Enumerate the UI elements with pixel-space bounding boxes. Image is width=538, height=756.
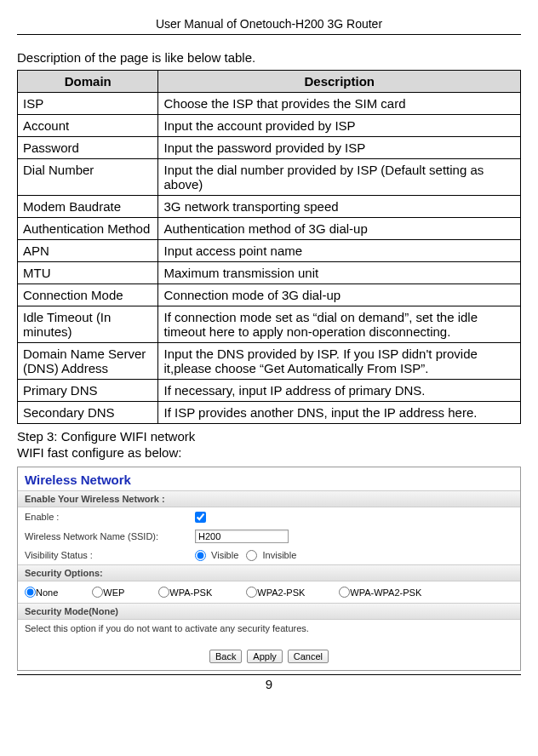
security-options-row: None WEP WPA-PSK WPA2-PSK WPA-WPA2-PSK [18, 581, 520, 603]
opt-wep[interactable]: WEP [92, 587, 124, 598]
description-table: Domain Description ISPChoose the ISP tha… [17, 70, 521, 424]
section-security-mode: Security Mode(None) [18, 603, 520, 620]
page-header-title: User Manual of Onetouch-H200 3G Router [17, 17, 521, 31]
opt-wpawpa2psk[interactable]: WPA-WPA2-PSK [339, 587, 421, 598]
security-note: Select this option if you do not want to… [18, 620, 520, 642]
visible-text: Visible [211, 550, 238, 560]
cell-domain: Modem Baudrate [18, 196, 158, 218]
cancel-button[interactable]: Cancel [288, 650, 329, 663]
cell-domain: Idle Timeout (In minutes) [18, 306, 158, 343]
row-visibility: Visibility Status : Visible Invisible [18, 547, 520, 565]
cell-description: 3G network transporting speed [158, 196, 521, 218]
cell-description: Choose the ISP that provides the SIM car… [158, 93, 521, 115]
enable-checkbox[interactable] [195, 512, 206, 523]
cell-description: Connection mode of 3G dial-up [158, 284, 521, 306]
page-number: 9 [17, 674, 521, 691]
radio-wpa2psk[interactable] [246, 587, 257, 598]
table-row: Dial NumberInput the dial number provide… [18, 159, 521, 196]
back-button[interactable]: Back [209, 650, 242, 663]
radio-invisible[interactable] [246, 550, 257, 561]
header-divider [17, 34, 521, 35]
cell-domain: Secondary DNS [18, 402, 158, 424]
opt-wpa2psk-text: WPA2-PSK [257, 587, 305, 598]
radio-wpawpa2psk[interactable] [339, 587, 350, 598]
cell-domain: Primary DNS [18, 380, 158, 402]
cell-description: Input the account provided by ISP [158, 115, 521, 137]
apply-button[interactable]: Apply [247, 650, 283, 663]
section-security-options: Security Options: [18, 564, 520, 581]
opt-none[interactable]: None [25, 587, 58, 598]
table-row: Idle Timeout (In minutes)If connection m… [18, 306, 521, 343]
cell-domain: Password [18, 137, 158, 159]
visibility-invisible-option[interactable]: Invisible [246, 550, 296, 560]
opt-wpapsk[interactable]: WPA-PSK [158, 587, 212, 598]
cell-description: If connection mode set as “dial on deman… [158, 306, 521, 343]
visibility-visible-option[interactable]: Visible [195, 550, 241, 560]
invisible-text: Invisible [263, 550, 297, 560]
cell-domain: ISP [18, 93, 158, 115]
opt-none-text: None [36, 587, 58, 598]
radio-none[interactable] [25, 587, 36, 598]
cell-domain: APN [18, 240, 158, 262]
cell-domain: Domain Name Server (DNS) Address [18, 343, 158, 380]
table-row: Authentication MethodAuthentication meth… [18, 218, 521, 240]
radio-visible[interactable] [195, 550, 206, 561]
table-row: PasswordInput the password provided by I… [18, 137, 521, 159]
table-row: MTUMaximum transmission unit [18, 262, 521, 284]
th-description: Description [158, 71, 521, 93]
table-row: APNInput access point name [18, 240, 521, 262]
cell-domain: MTU [18, 262, 158, 284]
intro-text: Description of the page is like below ta… [17, 50, 521, 65]
cell-domain: Account [18, 115, 158, 137]
row-ssid: Wireless Network Name (SSID): [18, 526, 520, 547]
step3-text: Step 3: Configure WIFI network [17, 429, 521, 444]
table-row: Secondary DNSIf ISP provides another DNS… [18, 402, 521, 424]
wifi-config-panel: Wireless Network Enable Your Wireless Ne… [17, 467, 521, 671]
wifi-intro-text: WIFI fast configure as below: [17, 445, 521, 460]
section-enable-wireless: Enable Your Wireless Network : [18, 490, 520, 507]
opt-wpawpa2psk-text: WPA-WPA2-PSK [350, 587, 421, 598]
table-row: Primary DNSIf necessary, input IP addres… [18, 380, 521, 402]
cell-description: Input access point name [158, 240, 521, 262]
cell-description: If necessary, input IP address of primar… [158, 380, 521, 402]
visibility-label: Visibility Status : [25, 550, 195, 560]
opt-wep-text: WEP [103, 587, 124, 598]
cell-description: If ISP provides another DNS, input the I… [158, 402, 521, 424]
cell-domain: Authentication Method [18, 218, 158, 240]
wifi-heading: Wireless Network [18, 467, 520, 490]
table-row: ISPChoose the ISP that provides the SIM … [18, 93, 521, 115]
cell-description: Maximum transmission unit [158, 262, 521, 284]
button-row: Back Apply Cancel [18, 642, 520, 670]
table-row: Modem Baudrate3G network transporting sp… [18, 196, 521, 218]
cell-domain: Dial Number [18, 159, 158, 196]
cell-description: Authentication method of 3G dial-up [158, 218, 521, 240]
table-row: Connection ModeConnection mode of 3G dia… [18, 284, 521, 306]
th-domain: Domain [18, 71, 158, 93]
row-enable: Enable : [18, 507, 520, 526]
ssid-input[interactable] [195, 530, 289, 543]
cell-description: Input the dial number provided by ISP (D… [158, 159, 521, 196]
opt-wpa2psk[interactable]: WPA2-PSK [246, 587, 305, 598]
table-row: Domain Name Server (DNS) AddressInput th… [18, 343, 521, 380]
table-row: AccountInput the account provided by ISP [18, 115, 521, 137]
radio-wpapsk[interactable] [158, 587, 169, 598]
enable-label: Enable : [25, 512, 195, 522]
cell-domain: Connection Mode [18, 284, 158, 306]
cell-description: Input the DNS provided by ISP. If you IS… [158, 343, 521, 380]
opt-wpapsk-text: WPA-PSK [169, 587, 212, 598]
cell-description: Input the password provided by ISP [158, 137, 521, 159]
radio-wep[interactable] [92, 587, 103, 598]
ssid-label: Wireless Network Name (SSID): [25, 531, 195, 541]
